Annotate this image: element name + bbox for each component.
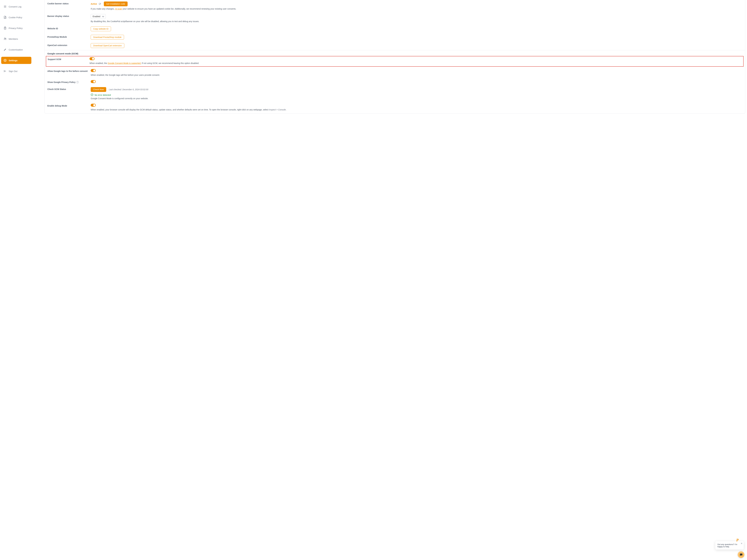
sidebar-item-consent-log[interactable]: Consent Log	[1, 3, 31, 10]
sidebar-item-settings[interactable]: Settings	[1, 57, 31, 64]
sign-out-icon	[4, 70, 6, 73]
section-header-gcm: Google consent mode (GCM)	[45, 50, 745, 56]
chat-icon	[739, 553, 743, 556]
help-text: If you make any changes, re-scan your we…	[91, 7, 739, 10]
gear-icon	[4, 59, 6, 62]
help-text: By disabling this, the CookiePal script/…	[91, 20, 739, 23]
sidebar-item-label: Sign Out	[9, 70, 17, 73]
get-installation-code-button[interactable]: Get installation code	[104, 1, 128, 6]
label-opencart: OpenCart extension	[47, 43, 91, 47]
status-active: Active	[91, 3, 97, 5]
row-check-gcm-status: Check GCM Status Check Now Last checked:…	[45, 85, 745, 102]
status-ok: No error detected	[91, 93, 739, 97]
sidebar-item-customisation[interactable]: Customisation	[1, 46, 31, 53]
row-banner-display-status: Banner display status Enabled By disabli…	[45, 12, 745, 25]
sidebar-item-label: Customisation	[9, 48, 23, 51]
label-enable-debug: Enable debug Mode	[47, 104, 91, 107]
help-icon[interactable]: ?	[76, 81, 79, 83]
sidebar-item-label: Cookie Policy	[9, 16, 22, 19]
label-banner-display-status: Banner display status	[47, 14, 91, 17]
sidebar-item-label: Settings	[9, 59, 18, 62]
support-gcm-toggle[interactable]	[89, 57, 95, 60]
row-cookie-banner-status: Cookie banner status Active Get installa…	[45, 0, 745, 12]
download-prestashop-button[interactable]: Download PrestaShop module	[91, 35, 124, 40]
brush-icon	[4, 48, 6, 51]
label-prestashop: PrestaShop Module	[47, 35, 91, 38]
settings-panel: Cookie banner status Active Get installa…	[32, 0, 747, 560]
sidebar-item-label: Privacy Policy	[9, 27, 23, 29]
svg-point-9	[4, 38, 5, 39]
users-icon	[4, 37, 6, 40]
download-opencart-button[interactable]: Download OpenCart extension	[91, 43, 124, 48]
allow-google-tags-toggle[interactable]	[91, 69, 96, 72]
label-support-gcm: Support GCM	[48, 57, 89, 60]
row-support-gcm: Support GCM When enabled, the Google Con…	[46, 56, 744, 67]
check-now-button[interactable]: Check Now	[91, 87, 106, 92]
label-check-gcm-status: Check GCM Status	[47, 87, 91, 91]
svg-point-10	[5, 38, 6, 39]
label-allow-google-tags: Allow Google tags to fire before consent	[47, 69, 91, 72]
row-enable-debug: Enable debug Mode When enabled, your bro…	[45, 102, 745, 113]
help-text: When enabled, the Google tags will fire …	[91, 74, 739, 77]
sidebar-item-privacy-policy[interactable]: Privacy Policy	[1, 25, 31, 32]
label-show-google-privacy: Show Google Privacy Policy ?	[47, 80, 91, 83]
sidebar: Consent Log Cookie Policy Privacy Policy…	[0, 0, 32, 560]
sidebar-item-members[interactable]: Members	[1, 35, 31, 43]
row-allow-google-tags: Allow Google tags to fire before consent…	[45, 68, 745, 79]
help-text: When enabled, your browser console will …	[91, 108, 739, 111]
close-icon[interactable]: ✕	[741, 542, 743, 545]
rescan-link[interactable]: re-scan	[115, 8, 122, 10]
banner-display-select[interactable]: Enabled	[91, 14, 106, 19]
gcm-supported-link[interactable]: Google Consent Mode is supported.	[108, 62, 141, 65]
clipboard-icon	[4, 27, 6, 30]
show-google-privacy-toggle[interactable]	[91, 80, 96, 83]
menu-icon	[4, 5, 6, 8]
last-checked: Last checked: December 6, 2024 03:02:00	[109, 88, 148, 91]
row-website-id: Website ID Copy website ID	[45, 25, 745, 33]
svg-point-14	[91, 94, 93, 96]
check-circle-icon	[91, 93, 93, 97]
sidebar-item-sign-out[interactable]: Sign Out	[1, 68, 31, 75]
copy-website-id-button[interactable]: Copy website ID	[91, 26, 111, 31]
row-prestashop: PrestaShop Module Download PrestaShop mo…	[45, 33, 745, 42]
chat-fab-button[interactable]	[738, 551, 744, 558]
svg-point-11	[5, 60, 5, 61]
label-cookie-banner-status: Cookie banner status	[47, 1, 91, 5]
row-show-google-privacy: Show Google Privacy Policy ?	[45, 79, 745, 85]
help-text: Google Consent Mode is configured correc…	[91, 97, 739, 100]
chat-text: Got any questions? I'm happy to help.	[717, 543, 742, 548]
enable-debug-toggle[interactable]	[91, 104, 96, 107]
sidebar-item-cookie-policy[interactable]: Cookie Policy	[1, 14, 31, 21]
label-website-id: Website ID	[47, 26, 91, 30]
chat-logo-icon: P	[736, 538, 741, 542]
document-icon	[4, 16, 6, 19]
sidebar-item-label: Members	[9, 37, 18, 40]
refresh-icon[interactable]	[99, 3, 101, 5]
chat-popup: P ✕ Got any questions? I'm happy to help…	[715, 541, 744, 550]
help-text: When enabled, the Google Consent Mode is…	[89, 62, 737, 65]
sidebar-item-label: Consent Log	[9, 5, 21, 8]
row-opencart: OpenCart extension Download OpenCart ext…	[45, 42, 745, 50]
